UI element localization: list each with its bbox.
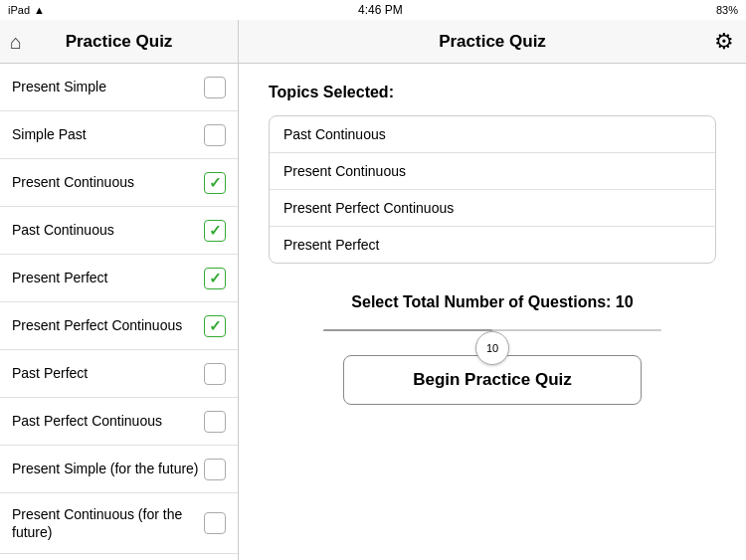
topic-label: Present Perfect [12, 269, 204, 286]
selected-topic-item: Past Continuous [270, 116, 715, 153]
selected-topics-box: Past ContinuousPresent ContinuousPresent… [269, 115, 716, 264]
carrier-text: iPad [8, 4, 30, 16]
left-header: ⌂ Practice Quiz [0, 20, 238, 64]
slider-thumb[interactable]: 10 [475, 331, 509, 365]
selected-topic-item: Present Continuous [270, 153, 715, 190]
status-right: 83% [716, 4, 738, 16]
selected-topic-item: Present Perfect Continuous [270, 190, 715, 227]
slider-value: 10 [486, 342, 498, 354]
slider-track: 10 [323, 329, 661, 331]
checkmark-icon: ✓ [209, 317, 222, 335]
slider-container[interactable]: 10 [323, 329, 661, 331]
topic-item[interactable]: Simple Past [0, 111, 238, 159]
topic-label: Simple Past [12, 125, 204, 143]
topic-checkbox[interactable] [204, 512, 226, 534]
right-panel-title: Practice Quiz [439, 32, 546, 52]
status-bar: iPad ▲ 4:46 PM 83% [0, 0, 746, 20]
topic-checkbox[interactable]: ✓ [204, 268, 226, 289]
left-panel: ⌂ Practice Quiz Present SimpleSimple Pas… [0, 20, 239, 560]
topic-item[interactable]: Present Continuous (for the future) [0, 493, 238, 554]
topic-item[interactable]: Past Perfect Continuous [0, 398, 238, 446]
topic-checkbox[interactable] [204, 363, 226, 385]
topic-checkbox[interactable] [204, 459, 226, 480]
checkmark-icon: ✓ [209, 174, 222, 192]
topic-checkbox[interactable] [204, 411, 226, 433]
slider-track-fill [323, 329, 492, 331]
topic-checkbox[interactable]: ✓ [204, 220, 226, 242]
topic-item[interactable]: Past Perfect [0, 350, 238, 398]
home-button[interactable]: ⌂ [10, 30, 22, 53]
battery-text: 83% [716, 4, 738, 16]
topic-item[interactable]: Present Perfect✓ [0, 255, 238, 302]
topic-item[interactable]: Present Continuous✓ [0, 159, 238, 207]
topic-label: Present Perfect Continuous [12, 316, 204, 334]
topic-label: Present Simple [12, 78, 204, 95]
right-panel: Practice Quiz ⚙ Topics Selected: Past Co… [239, 20, 746, 560]
topic-checkbox[interactable]: ✓ [204, 315, 226, 337]
left-panel-title: Practice Quiz [66, 32, 173, 52]
questions-label: Select Total Number of Questions: 10 [269, 293, 716, 311]
wifi-icon: ▲ [34, 4, 45, 16]
topic-item[interactable]: Present Perfect Continuous✓ [0, 302, 238, 350]
topic-label: Present Continuous (for the future) [12, 505, 204, 541]
topic-item[interactable]: Past Continuous✓ [0, 207, 238, 255]
topic-item[interactable]: Present Simple [0, 64, 238, 111]
questions-section: Select Total Number of Questions: 10 10 [269, 293, 716, 331]
topic-checkbox[interactable] [204, 124, 226, 146]
topic-label: Past Perfect [12, 364, 204, 382]
topic-checkbox[interactable] [204, 77, 226, 98]
settings-button[interactable]: ⚙ [714, 29, 734, 55]
topic-label: Past Continuous [12, 221, 204, 239]
checkmark-icon: ✓ [209, 222, 222, 240]
topic-label: Present Continuous [12, 173, 204, 191]
topic-label: Present Simple (for the future) [12, 460, 204, 477]
right-header: Practice Quiz ⚙ [239, 20, 746, 64]
topic-label: Past Perfect Continuous [12, 412, 204, 430]
status-time: 4:46 PM [358, 3, 403, 17]
checkmark-icon: ✓ [209, 270, 222, 287]
topics-list: Present SimpleSimple PastPresent Continu… [0, 64, 238, 560]
topic-checkbox[interactable]: ✓ [204, 172, 226, 194]
selected-topic-item: Present Perfect [270, 227, 715, 263]
topic-item[interactable]: Present Simple (for the future) [0, 446, 238, 493]
right-content: Topics Selected: Past ContinuousPresent … [239, 64, 746, 560]
topics-selected-label: Topics Selected: [269, 84, 716, 101]
app-container: ⌂ Practice Quiz Present SimpleSimple Pas… [0, 20, 746, 560]
status-left: iPad ▲ [8, 4, 45, 16]
topic-item[interactable]: Going to (for the future) [0, 554, 238, 560]
